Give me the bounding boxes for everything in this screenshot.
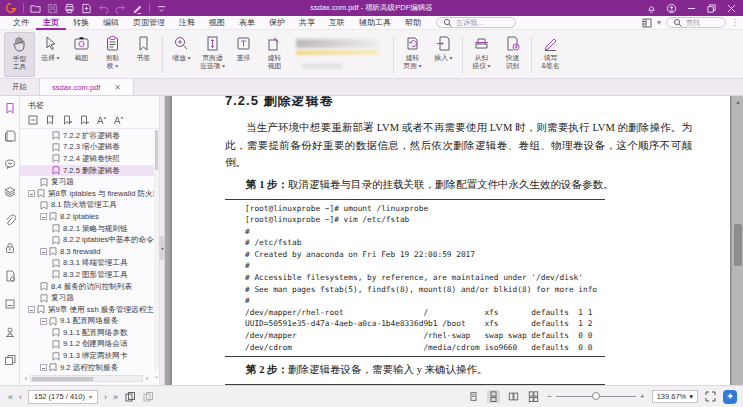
open-file-icon[interactable] (30, 3, 41, 14)
close-button[interactable] (726, 3, 737, 14)
bookmark-item[interactable]: 复习题 (20, 292, 154, 304)
zoom-button[interactable]: 缩放 (166, 32, 197, 77)
bookmark-item[interactable]: 8.3 firewalld (20, 246, 154, 258)
sign-pen-icon[interactable] (132, 3, 143, 14)
bookmark-item[interactable]: 8.2 iptables (20, 211, 154, 223)
tab-document[interactable]: ssdax.com.pdf ✕ (40, 79, 134, 95)
previous-page-button[interactable]: ‹ (19, 392, 22, 402)
collapse-all-icon[interactable] (28, 115, 38, 125)
bookmark-item[interactable]: 7.2.3 缩小逻辑卷 (20, 142, 154, 154)
page-layout-alt-icon[interactable] (142, 391, 154, 403)
layers-panel-icon[interactable] (4, 186, 16, 198)
bookmark-item[interactable]: 9.1.3 绑定两块网卡 (20, 350, 154, 362)
restore-button[interactable] (706, 3, 717, 14)
minimize-button[interactable] (686, 3, 697, 14)
bookmark-item[interactable]: 第8章 iptables 与 firewalld 防火墙 (20, 188, 154, 200)
pages-panel-icon[interactable] (4, 130, 16, 142)
menu-tab[interactable]: 注释 (172, 16, 202, 30)
bookmark-item[interactable]: 9.1.1 配置网络参数 (20, 327, 154, 339)
collapse-toggle-icon[interactable] (28, 306, 35, 313)
menu-tab[interactable]: 视图 (202, 16, 232, 30)
clipboard-button[interactable]: 剪贴 板 (97, 32, 128, 77)
bookmark-item[interactable]: 8.2.1 策略与规则链 (20, 223, 154, 235)
expand-current-bookmark-icon[interactable] (45, 115, 55, 125)
collapse-toggle-icon[interactable] (40, 248, 47, 255)
from-scanner-button[interactable]: 从扫 描仪 (466, 32, 497, 77)
collapse-toggle-icon[interactable] (28, 190, 35, 197)
more-options-icon[interactable]: ⋮ (731, 18, 739, 27)
rotate-page-button[interactable]: 旋转 页面 (397, 32, 428, 77)
bookmark-item[interactable]: 9.1 配置网络服务 (20, 316, 154, 328)
page-dropdown-caret-icon[interactable]: ▾ (89, 393, 92, 400)
bookmarks-panel-icon[interactable] (4, 102, 16, 114)
next-page-button[interactable]: › (104, 392, 107, 402)
bookmark-item[interactable]: 8.3.2 图形管理工具 (20, 269, 154, 281)
comments-panel-icon[interactable] (4, 158, 16, 170)
bookmark-item[interactable]: 8.2.2 iptables中基本的命令 (20, 234, 154, 246)
menu-tab[interactable]: 互联 (322, 16, 352, 30)
stamps-panel-icon[interactable] (4, 326, 16, 338)
signatures-panel-icon[interactable] (4, 270, 16, 282)
bookmark-item[interactable]: 第9章 使用 ssh 服务管理远程主机 (20, 304, 154, 316)
tell-me-search[interactable]: 告诉我... (436, 17, 516, 28)
bookmark-item[interactable]: 8.4 服务的访问控制列表 (20, 281, 154, 293)
menu-tab[interactable]: 页面管理 (126, 16, 172, 30)
fullscreen-icon[interactable] (705, 391, 716, 402)
bookmark-item[interactable]: 7.2.5 删除逻辑卷 (20, 165, 154, 177)
bookmark-item[interactable]: 7.2.2 扩容逻辑卷 (20, 130, 154, 142)
single-page-view-icon[interactable] (467, 390, 480, 403)
menu-tab[interactable]: 文件 (6, 16, 36, 30)
select-tool-button[interactable]: 选择 (35, 32, 66, 77)
last-page-button[interactable]: » (113, 392, 118, 402)
menu-tab[interactable]: 表单 (232, 16, 262, 30)
facing-view-icon[interactable] (507, 390, 520, 403)
fill-sign-button[interactable]: 填写 &签名 (535, 32, 566, 77)
undo-icon[interactable] (98, 3, 109, 14)
zoom-dropdown-caret-icon[interactable]: ▾ (689, 392, 693, 401)
print-icon[interactable] (64, 3, 75, 14)
zoom-out-icon[interactable]: − (547, 392, 552, 401)
sidebar-toggle-icon[interactable] (642, 18, 652, 28)
increase-text-size-icon[interactable] (96, 115, 106, 125)
menu-tab[interactable]: 帮助 (398, 16, 428, 30)
menu-tab[interactable]: 保护 (262, 16, 292, 30)
first-page-button[interactable]: « (8, 392, 13, 402)
bookmark-item[interactable]: 9.1.2 创建网络会话 (20, 339, 154, 351)
notification-bell-icon[interactable] (646, 3, 657, 14)
attachments-panel-icon[interactable] (4, 214, 16, 226)
scroll-left-icon[interactable]: ‹ (22, 375, 30, 382)
delete-bookmark-icon[interactable] (79, 115, 89, 125)
menu-tab[interactable]: 共享 (292, 16, 322, 30)
menu-tab[interactable]: 辅助工具 (352, 16, 398, 30)
zoom-in-icon[interactable]: + (640, 392, 645, 401)
account-icon[interactable] (666, 3, 677, 14)
menu-tab[interactable]: 编辑 (96, 16, 126, 30)
bookmark-item[interactable]: 9.2 远程控制服务 (20, 362, 154, 371)
fields-panel-icon[interactable] (4, 298, 16, 310)
redo-icon[interactable] (115, 3, 126, 14)
menu-tab[interactable]: 主页 (36, 16, 66, 30)
bookmark-item[interactable]: 7.2.4 逻辑卷快照 (20, 153, 154, 165)
continuous-view-icon[interactable] (487, 390, 500, 403)
bookmark-item[interactable]: 复习题 (20, 176, 154, 188)
bookmark-horizontal-scrollbar[interactable]: ‹ › (22, 374, 151, 383)
pdf-viewer[interactable]: 7.2.5 删除逻辑卷 当生产环境中想要重新部署 LVM 或者不再需要使用 LV… (165, 96, 743, 385)
insert-page-button[interactable]: 插入 (428, 32, 459, 77)
collapse-toggle-icon[interactable] (40, 318, 47, 325)
add-bookmark-icon[interactable] (62, 115, 72, 125)
page-layout-icon[interactable] (124, 391, 136, 403)
facing-continuous-view-icon[interactable] (527, 390, 540, 403)
linked-files-panel-icon[interactable] (4, 354, 16, 366)
scroll-right-icon[interactable]: › (143, 375, 151, 382)
dropdown-caret-icon[interactable]: ▾ (657, 18, 661, 27)
bookmark-item[interactable]: 8.1 防火墙管理工具 (20, 200, 154, 212)
close-tab-icon[interactable]: ✕ (114, 83, 121, 92)
customize-toolbar-icon[interactable] (156, 3, 167, 14)
share-document-icon[interactable] (81, 3, 92, 14)
security-panel-icon[interactable] (4, 242, 16, 254)
decrease-text-size-icon[interactable] (113, 115, 123, 125)
collapse-toggle-icon[interactable] (40, 364, 47, 371)
find-search[interactable]: 查找 (666, 17, 726, 28)
reflow-button[interactable]: 重排 (228, 32, 259, 77)
ai-assistant-icon[interactable]: ✦ (723, 390, 737, 404)
